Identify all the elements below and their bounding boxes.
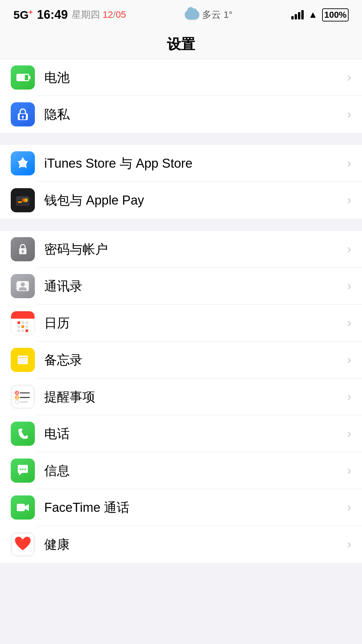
status-left: 5G+ 16:49 星期四 12/05 (13, 8, 126, 22)
chevron-icon: › (347, 464, 351, 478)
settings-item-wallet[interactable]: 钱包与 Apple Pay › (0, 182, 362, 219)
chevron-icon: › (347, 537, 351, 551)
chevron-icon: › (347, 316, 351, 330)
network-indicator: 5G+ (13, 8, 33, 21)
wallet-icon (11, 188, 35, 212)
settings-item-messages[interactable]: 信息 › (0, 452, 362, 489)
notes-label: 备忘录 (44, 352, 347, 369)
chevron-icon: › (347, 500, 351, 515)
section-store: iTunes Store 与 App Store › 钱包与 (0, 145, 362, 219)
cloud-icon (185, 10, 199, 20)
svg-rect-25 (11, 385, 35, 409)
contacts-label: 通讯录 (44, 278, 347, 295)
chevron-icon: › (347, 107, 351, 121)
phone-icon (11, 422, 35, 446)
reminders-icon (11, 385, 35, 409)
battery-status: 100% (322, 8, 349, 21)
settings-item-contacts[interactable]: 通讯录 › (0, 268, 362, 305)
svg-point-31 (16, 397, 18, 398)
svg-rect-38 (17, 504, 25, 511)
facetime-label: FaceTime 通话 (44, 499, 347, 516)
nav-bar: 设置 (0, 30, 362, 59)
battery-label: 电池 (44, 69, 347, 86)
settings-item-privacy[interactable]: 隐私 › (0, 96, 362, 133)
chevron-icon: › (347, 427, 351, 441)
svg-point-18 (21, 282, 25, 286)
chevron-icon: › (347, 279, 351, 293)
status-bar: 5G+ 16:49 星期四 12/05 多云 1° ▲ 100% (0, 0, 362, 30)
settings-item-calendar[interactable]: 日历 › (0, 305, 362, 341)
privacy-icon (11, 102, 35, 126)
svg-point-28 (16, 392, 18, 393)
svg-rect-20 (18, 356, 28, 364)
signal-bars (291, 10, 304, 19)
settings-item-health[interactable]: 健康 › (0, 526, 362, 563)
section-system: 电池 › 隐私 › (0, 59, 362, 133)
settings-item-phone[interactable]: 电话 › (0, 415, 362, 452)
settings-item-notes[interactable]: 备忘录 › (0, 341, 362, 378)
svg-rect-16 (16, 285, 18, 287)
facetime-icon (11, 495, 35, 520)
wallet-label: 钱包与 Apple Pay (44, 192, 347, 209)
chevron-icon: › (347, 242, 351, 256)
appstore-icon (11, 151, 35, 175)
phone-label: 电话 (44, 425, 347, 442)
settings-item-battery[interactable]: 电池 › (0, 59, 362, 96)
chevron-icon: › (347, 70, 351, 85)
chevron-icon: › (347, 353, 351, 367)
svg-rect-15 (16, 283, 18, 284)
passwords-icon (11, 237, 35, 261)
calendar-label: 日历 (44, 315, 347, 332)
notes-icon (11, 348, 35, 372)
status-weather: 多云 1° (185, 8, 233, 21)
chevron-icon: › (347, 193, 351, 207)
svg-point-35 (20, 469, 21, 470)
health-icon (11, 532, 35, 556)
chevron-icon: › (347, 390, 351, 404)
settings-item-passwords[interactable]: 密码与帐户 › (0, 231, 362, 268)
settings-item-reminders[interactable]: 提醒事项 › (0, 378, 362, 415)
svg-rect-8 (18, 201, 20, 203)
health-label: 健康 (44, 536, 347, 553)
settings-item-appstore[interactable]: iTunes Store 与 App Store › (0, 145, 362, 182)
page-title: 设置 (167, 35, 195, 54)
settings-list: 电池 › 隐私 › (0, 59, 362, 563)
svg-point-10 (22, 198, 26, 202)
svg-point-36 (22, 469, 24, 470)
reminders-label: 提醒事项 (44, 388, 347, 406)
svg-rect-17 (16, 288, 18, 289)
section-apps: 密码与帐户 › 通讯录 › (0, 231, 362, 563)
wifi-icon: ▲ (308, 9, 318, 20)
appstore-label: iTunes Store 与 App Store (44, 155, 347, 172)
passwords-label: 密码与帐户 (44, 241, 347, 258)
privacy-label: 隐私 (44, 106, 347, 123)
messages-icon (11, 459, 35, 483)
status-date: 星期四 12/05 (72, 8, 126, 21)
settings-item-facetime[interactable]: FaceTime 通话 › (0, 489, 362, 526)
battery-icon (11, 65, 35, 90)
contacts-icon (11, 274, 35, 298)
status-right: ▲ 100% (291, 8, 349, 21)
status-time: 16:49 (37, 8, 68, 22)
svg-point-37 (24, 469, 26, 470)
calendar-icon (11, 311, 35, 335)
chevron-icon: › (347, 156, 351, 170)
messages-label: 信息 (44, 462, 347, 479)
